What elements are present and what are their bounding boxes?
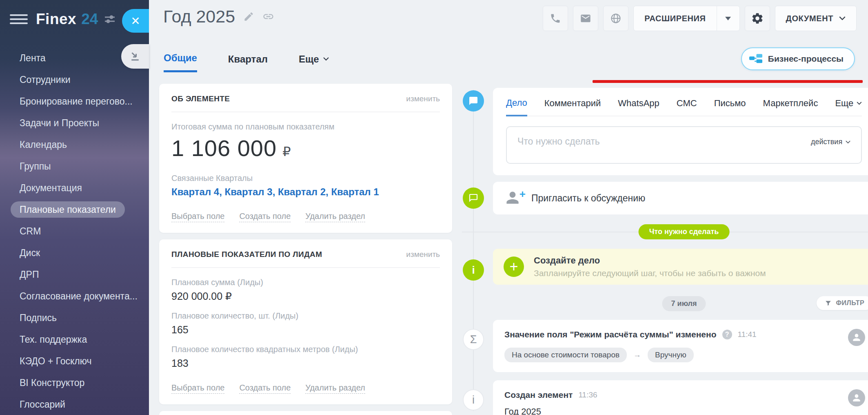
email-button[interactable] [573, 6, 598, 31]
tab-sms[interactable]: СМС [677, 98, 697, 116]
hamburger-menu-icon[interactable] [10, 12, 28, 27]
info-icon: i [463, 389, 484, 411]
sidebar-item-bi-konstruktor[interactable]: BI Конструктор [0, 372, 149, 394]
sidebar-item-gruppy[interactable]: Группы [0, 156, 149, 177]
event-card: Создан элемент 11:36 Год 2025 [493, 380, 868, 415]
web-button[interactable] [603, 6, 628, 31]
total-sum-value: 1 106 000₽ [171, 135, 440, 161]
related-quarters-links: Квартал 4Квартал 3Квартал 2Квартал 1 [171, 186, 440, 198]
chevron-down-icon [323, 57, 329, 61]
todo-placeholder: Что нужно сделать [517, 136, 600, 147]
user-avatar[interactable] [848, 389, 865, 406]
sidebar-item-disk[interactable]: Диск [0, 242, 149, 264]
todo-badge[interactable]: Что нужно сделать [639, 224, 730, 239]
delete-section-link[interactable]: Удалить раздел [305, 383, 365, 394]
field-row: Плановое количество, шт. (Лиды) 165 [171, 311, 440, 336]
create-deal-card[interactable]: + Создайте дело Запланируйте следующий ш… [493, 249, 868, 285]
sidebar-item-glossarij[interactable]: Глоссарий [0, 394, 149, 415]
phone-button[interactable] [543, 6, 568, 31]
extensions-split-button: РАСШИРЕНИЯ [633, 6, 739, 31]
field-row: Плановая сумма (Лиды) 920 000.00 ₽ [171, 278, 440, 302]
delete-section-link[interactable]: Удалить раздел [305, 212, 365, 222]
sidebar-item-soglasovanie[interactable]: Согласование документа... [0, 286, 149, 307]
invite-user-icon: + [504, 189, 522, 208]
create-field-link[interactable]: Создать поле [239, 212, 291, 222]
business-process-icon [749, 54, 762, 64]
settings-button[interactable] [745, 6, 770, 31]
sidebar-item-drp[interactable]: ДРП [0, 264, 149, 286]
sidebar-item-planovye-pokazateli[interactable]: Плановые показатели [0, 199, 149, 221]
select-field-link[interactable]: Выбрать поле [171, 212, 224, 222]
quarter-link[interactable]: Квартал 4 [171, 186, 224, 197]
about-element-card: ОБ ЭЛЕМЕНТЕ изменить Итоговая сумма по п… [159, 84, 452, 233]
sidebar-item-tehpodderzhka[interactable]: Тех. поддержка [0, 329, 149, 350]
edit-title-icon[interactable] [243, 11, 254, 22]
event-time: 11:36 [578, 390, 597, 399]
old-value-chip: На основе стоимости товаров [504, 348, 627, 362]
business-processes-button[interactable]: Бизнес-процессы [741, 47, 855, 70]
main-area: Год 2025 РАСШИРЕНИЯ [149, 0, 868, 415]
logo-text: Finex [36, 11, 76, 28]
tab-more[interactable]: Еще [299, 52, 329, 72]
tab-obshchie[interactable]: Общие [164, 52, 197, 72]
todo-input[interactable]: Что нужно сделать действия [506, 126, 862, 164]
extensions-dropdown-caret[interactable] [717, 6, 739, 31]
filter-button[interactable]: ФИЛЬТР [817, 296, 868, 310]
person-icon [851, 393, 862, 403]
tab-delo[interactable]: Дело [506, 98, 527, 116]
activity-composer-entry: Дело Комментарий WhatsApp СМС Письмо Мар… [493, 88, 868, 175]
sidebar-item-kalendar[interactable]: Календарь [0, 134, 149, 156]
quarter-link[interactable]: Квартал 1 [331, 186, 379, 197]
sidebar-item-zadachi[interactable]: Задачи и Проекты [0, 112, 149, 134]
chat-bubble-icon [463, 90, 484, 112]
copy-link-icon[interactable] [262, 11, 274, 22]
tab-marketplace[interactable]: Маркетплейс [763, 98, 818, 116]
tab-more[interactable]: Еще [835, 98, 862, 116]
tab-kommentarij[interactable]: Комментарий [544, 98, 601, 116]
leads-indicators-card: ПЛАНОВЫЕ ПОКАЗАТЕЛИ ПО ЛИДАМ изменить Пл… [159, 239, 452, 404]
tab-kvartal[interactable]: Квартал [228, 52, 268, 72]
field-changed-event: Σ Значение поля "Режим расчёта суммы" из… [493, 320, 868, 372]
related-quarters-label: Связанные Кварталы [171, 174, 440, 183]
entity-tabs: Общие Квартал Еще [164, 52, 329, 72]
extensions-button[interactable]: РАСШИРЕНИЯ [634, 6, 716, 31]
plus-icon: + [519, 188, 526, 201]
sidebar-item-sotrudniki[interactable]: Сотрудники [0, 69, 149, 91]
total-sum-label: Итоговая сумма по плановым показателям [171, 122, 440, 132]
document-button[interactable]: ДОКУМЕНТ [775, 6, 857, 31]
sigma-icon: Σ [463, 329, 484, 350]
person-icon [851, 332, 862, 343]
edit-section-link[interactable]: изменить [406, 250, 440, 259]
close-sidebar-button[interactable]: ✕ [122, 9, 149, 33]
sidebar-item-podpis[interactable]: Подпись [0, 307, 149, 329]
sliders-icon[interactable] [104, 15, 115, 24]
chevron-down-icon [839, 16, 846, 20]
add-deal-plus-icon[interactable]: + [504, 257, 524, 277]
quarter-link[interactable]: Квартал 3 [224, 186, 277, 197]
sidebar-menu: Лента Сотрудники Бронирование перегово..… [0, 47, 149, 415]
sidebar-item-dokumentacia[interactable]: Документация [0, 177, 149, 199]
user-avatar[interactable] [848, 329, 865, 346]
select-field-link[interactable]: Выбрать поле [171, 383, 224, 394]
composer-card: Дело Комментарий WhatsApp СМС Письмо Мар… [493, 88, 868, 175]
element-created-event: i Создан элемент 11:36 Год 2025 [493, 380, 868, 415]
sidebar-item-crm[interactable]: CRM [0, 221, 149, 242]
card-title: ПЛАНОВЫЕ ПОКАЗАТЕЛИ ПО ЛИДАМ [171, 250, 322, 259]
actions-dropdown[interactable]: действия [811, 138, 850, 146]
field-row: Плановое количество квадратных метров (Л… [171, 345, 440, 369]
sidebar-item-lenta[interactable]: Лента [0, 47, 149, 69]
help-icon[interactable]: ? [722, 330, 732, 339]
sidebar-item-kedo[interactable]: КЭДО + Госключ [0, 350, 149, 372]
gear-icon [751, 12, 764, 25]
create-deal-subtitle: Запланируйте следующий шаг, чтобы не заб… [534, 268, 766, 278]
tab-whatsapp[interactable]: WhatsApp [618, 98, 659, 116]
sidebar-item-bronirovanie[interactable]: Бронирование перегово... [0, 91, 149, 112]
event-time: 11:41 [738, 330, 757, 339]
quarter-link[interactable]: Квартал 2 [278, 186, 331, 197]
create-field-link[interactable]: Создать поле [239, 383, 291, 394]
invite-to-discussion-button[interactable]: + Пригласить к обсуждению [493, 182, 868, 214]
chevron-down-icon [846, 141, 850, 144]
tab-pismo[interactable]: Письмо [714, 98, 746, 116]
todo-divider: Что нужно сделать [493, 224, 868, 240]
edit-section-link[interactable]: изменить [406, 94, 440, 103]
